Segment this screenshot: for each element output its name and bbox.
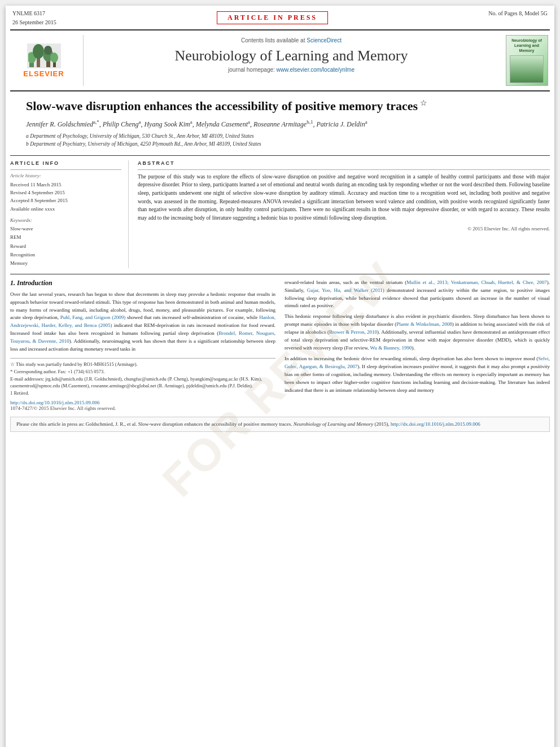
ref-puhl: Puhl, Fang, and Grigson (2009) [60,314,126,320]
citation-journal: Neurobiology of Learning and Memory [294,421,374,427]
intro-para1: Over the last several years, research ha… [10,291,275,354]
right-para1: reward-related brain areas, such as the … [285,279,550,311]
ref-gujar: Gujar, Yoo, Hu, and Walker (2011) [307,287,384,293]
abstract-text: The purpose of this study was to explore… [138,173,550,222]
citation-text: Please cite this article in press as: Go… [16,421,292,427]
footnote-corr: * Corresponding author. Fax: +1 (734) 61… [10,368,275,375]
svg-point-3 [33,44,44,59]
star-note: ☆ [418,99,427,107]
svg-point-6 [44,46,52,55]
keyword-reward: Reward [10,242,121,251]
abstract-heading: ABSTRACT [138,160,550,166]
info-abstract-section: ARTICLE INFO Article history: Received 1… [10,155,550,268]
abstract-copyright: © 2015 Elsevier Inc. All rights reserved… [138,226,550,231]
received-date: Received 11 March 2015 [10,181,121,189]
sciencedirect-link[interactable]: ScienceDirect [307,37,342,43]
elsevier-wordmark: ELSEVIER [23,69,64,78]
authors-line: Jennifer R. Goldschmieda,*, Philip Cheng… [26,118,550,130]
article-title-section: Slow-wave disruption enhances the access… [10,91,550,151]
keywords-label: Keywords: [10,217,121,223]
page: FOR REVIEW YNLME 6317 26 September 2015 … [6,6,554,747]
top-bar-left: YNLME 6317 26 September 2015 [12,9,56,27]
author-kim: Hyang Sook Kim [144,120,190,128]
journal-header: ELSEVIER Contents lists available at Sci… [10,29,550,91]
available-online: Available online xxxx [10,205,121,213]
ref-hanlon: Hanlon, Andrzejewski, Harder, Kelley, an… [10,314,275,328]
ref-plante: Plante & Winkelman, 2008 [396,321,452,327]
affil-b: b Department of Psychiatry, University o… [26,140,550,148]
ref-brower: Brower & Perron, 2010 [329,329,377,335]
pages-model: No. of Pages 8, Model 5G [488,9,548,18]
history-label: Article history: [10,173,121,178]
ref-brondel: Brondel, Romer, Nougues, Touyarou, & Dav… [10,330,275,344]
affil-a: a Department of Psychology, University o… [26,132,550,140]
author-armitage: Roseanne Armitage [253,120,307,128]
keyword-rem: REM [10,233,121,242]
citation-doi-link[interactable]: http://dx.doi.org/10.1016/j.nlm.2015.09.… [391,421,480,427]
abstract-col: ABSTRACT The purpose of this study was t… [138,160,550,268]
footnotes: ☆ This study was partially funded by RO1… [10,358,275,397]
article-in-press-badge: ARTICLE IN PRESS [217,11,328,24]
right-para3: In addition to increasing the hedonic dr… [285,355,550,395]
article-title: Slow-wave disruption enhances the access… [26,98,550,115]
citation-box: Please cite this article in press as: Go… [10,417,550,433]
top-bar: YNLME 6317 26 September 2015 ARTICLE IN … [6,6,554,29]
intro-heading: 1. Introduction [10,279,275,287]
journal-header-center: Contents lists available at ScienceDirec… [84,35,499,86]
sciencedirect-line: Contents lists available at ScienceDirec… [89,37,493,43]
issn-copyright: 1074-7427/© 2015 Elsevier Inc. All right… [10,405,550,411]
body-right-col: reward-related brain areas, such as the … [285,279,550,397]
right-para2: This hedonic response following sleep di… [285,313,550,352]
elsevier-logo: ELSEVIER [16,43,72,77]
ref-selvi: Selvi, Gulec, Agargun, & Besiroglu, 2007 [285,356,550,369]
journal-cover-thumb: Neurobiology ofLearning andMemory [506,35,548,86]
keyword-memory: Memory [10,259,121,268]
author-goldschmied: Jennifer R. Goldschmied [26,120,93,128]
footnote-email: E-mail addresses: jrg.kds@umich.edu (J.R… [10,375,275,390]
author-deldin: Patricia J. Deldin [316,120,365,128]
citation-year: (2015), [375,421,390,427]
svg-point-8 [50,53,58,63]
bottom-links: http://dx.doi.org/10.1016/j.nlm.2015.09.… [6,397,554,413]
journal-thumbnail: Neurobiology ofLearning andMemory [499,35,550,86]
accepted-date: Accepted 8 September 2015 [10,196,121,204]
affiliations: a Department of Psychology, University o… [26,132,550,148]
body-section: 1. Introduction Over the last several ye… [10,274,550,397]
ref-mullin: Mullin et al., 2013; Venkatraman, Chuah,… [406,279,546,285]
keyword-slowwave: Slow-wave [10,225,121,233]
article-info-heading: ARTICLE INFO [10,160,121,166]
journal-title: Neurobiology of Learning and Memory [89,47,493,64]
author-casement: Melynda Casement [196,120,248,128]
elsevier-branding: ELSEVIER [10,35,84,86]
revised-date: Revised 4 September 2015 [10,189,121,196]
journal-homepage: journal homepage: www.elsevier.com/locat… [89,67,493,73]
ynlme-code: YNLME 6317 [12,9,56,18]
article-content-wrapper: Slow-wave disruption enhances the access… [6,91,554,397]
author-cheng: Philip Cheng [103,120,139,128]
body-left-col: 1. Introduction Over the last several ye… [10,279,275,397]
ref-wu: Wu & Bunney, 1990 [370,345,412,351]
doi-link[interactable]: http://dx.doi.org/10.1016/j.nlm.2015.09.… [10,400,100,405]
homepage-link[interactable]: www.elsevier.com/locate/ynlme [277,67,355,73]
footnote-star: ☆ This study was partially funded by RO1… [10,361,275,368]
date: 26 September 2015 [12,18,56,27]
article-info-col: ARTICLE INFO Article history: Received 1… [10,160,129,268]
elsevier-tree-icon [27,43,61,68]
keyword-recognition: Recognition [10,251,121,259]
footnote-retired: 1 Retired. [10,390,275,397]
